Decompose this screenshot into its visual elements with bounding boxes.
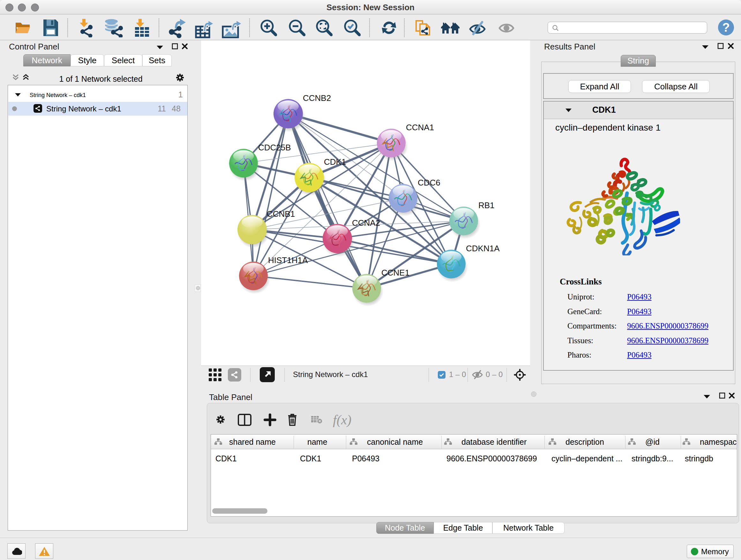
svg-text:?: ? [722,21,730,34]
svg-text:CCNB1: CCNB1 [267,209,295,219]
svg-text:CDK1: CDK1 [324,157,346,167]
svg-text:CDC25B: CDC25B [258,143,291,152]
svg-text:CCNA2: CCNA2 [352,218,380,228]
svg-text:CDKN1A: CDKN1A [466,244,500,253]
svg-text:CDC6: CDC6 [418,178,441,187]
svg-text:RB1: RB1 [478,200,495,210]
svg-text:CCNE1: CCNE1 [381,268,409,277]
svg-text:CCNB2: CCNB2 [303,93,331,103]
svg-text:HIST1H1A: HIST1H1A [268,255,308,265]
svg-text:CCNA1: CCNA1 [406,123,434,132]
